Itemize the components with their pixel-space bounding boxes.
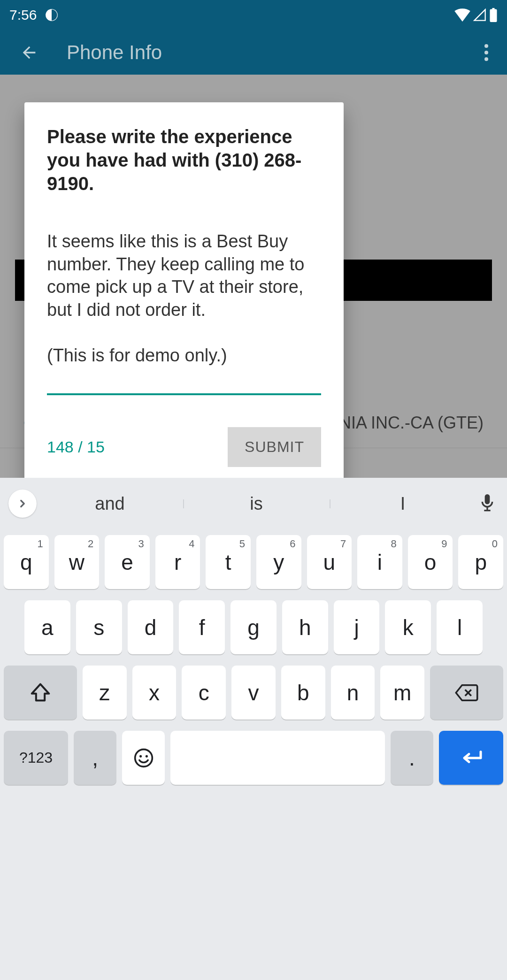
key-g[interactable]: g	[230, 600, 277, 654]
svg-point-5	[484, 57, 488, 61]
svg-point-12	[139, 755, 142, 757]
keyboard: and is I q1w2e3r4t5y6u7i8o9p0 asdfghjkl …	[0, 478, 507, 980]
svg-point-11	[135, 749, 152, 766]
key-a[interactable]: a	[24, 600, 70, 654]
key-u[interactable]: u7	[307, 535, 352, 589]
suggestion-bar: and is I	[0, 478, 507, 529]
status-bar: 7:56	[0, 0, 507, 30]
app-bar: Phone Info	[0, 30, 507, 75]
shift-key[interactable]	[4, 666, 77, 720]
app-indicator-icon	[45, 8, 58, 22]
period-key[interactable]: .	[391, 731, 433, 785]
svg-rect-1	[490, 9, 497, 23]
key-t[interactable]: t5	[206, 535, 251, 589]
char-count: 148 / 15	[47, 438, 105, 456]
suggestion-2[interactable]: is	[183, 494, 330, 514]
overflow-menu-button[interactable]	[475, 41, 498, 64]
experience-input[interactable]	[47, 230, 321, 395]
key-i[interactable]: i8	[357, 535, 402, 589]
key-k[interactable]: k	[385, 600, 431, 654]
key-x[interactable]: x	[132, 666, 177, 720]
key-w[interactable]: w2	[54, 535, 100, 589]
expand-suggestions-button[interactable]	[8, 490, 37, 518]
key-b[interactable]: b	[281, 666, 325, 720]
comma-key[interactable]: ,	[74, 731, 116, 785]
mic-button[interactable]	[476, 492, 499, 515]
wifi-icon	[454, 8, 470, 22]
key-y[interactable]: y6	[256, 535, 301, 589]
key-d[interactable]: d	[128, 600, 174, 654]
report-dialog: Please write the experience you have had…	[24, 102, 344, 488]
svg-rect-6	[485, 494, 490, 504]
symbols-key[interactable]: ?123	[4, 731, 68, 785]
key-v[interactable]: v	[231, 666, 276, 720]
key-f[interactable]: f	[179, 600, 225, 654]
key-z[interactable]: z	[83, 666, 127, 720]
suggestion-1[interactable]: and	[37, 494, 183, 514]
back-button[interactable]	[18, 41, 40, 64]
key-c[interactable]: c	[182, 666, 226, 720]
submit-button[interactable]: SUBMIT	[228, 427, 321, 467]
key-o[interactable]: o9	[408, 535, 453, 589]
key-n[interactable]: n	[331, 666, 375, 720]
key-q[interactable]: q1	[4, 535, 49, 589]
status-time: 7:56	[9, 7, 37, 23]
key-j[interactable]: j	[334, 600, 380, 654]
key-r[interactable]: r4	[155, 535, 200, 589]
key-p[interactable]: p0	[458, 535, 503, 589]
svg-point-4	[484, 51, 488, 54]
key-s[interactable]: s	[76, 600, 122, 654]
svg-point-13	[146, 755, 148, 757]
svg-rect-2	[492, 8, 495, 10]
svg-point-3	[484, 44, 488, 48]
key-l[interactable]: l	[437, 600, 483, 654]
emoji-key[interactable]	[122, 731, 165, 785]
key-e[interactable]: e3	[105, 535, 150, 589]
key-h[interactable]: h	[282, 600, 328, 654]
enter-key[interactable]	[439, 731, 503, 785]
cell-signal-icon	[473, 8, 486, 22]
battery-icon	[489, 8, 498, 22]
dialog-title: Please write the experience you have had…	[47, 125, 321, 195]
backspace-key[interactable]	[430, 666, 503, 720]
suggestion-3[interactable]: I	[330, 494, 476, 514]
key-m[interactable]: m	[380, 666, 424, 720]
page-title: Phone Info	[67, 41, 162, 64]
space-key[interactable]	[170, 731, 384, 785]
